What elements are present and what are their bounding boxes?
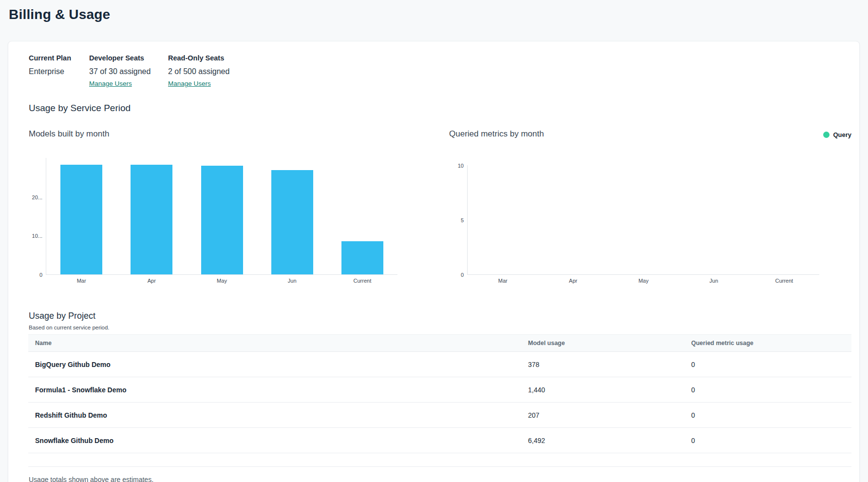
- bar-slot: Apr: [538, 165, 608, 274]
- project-name: Snowflake Github Demo: [28, 437, 528, 444]
- bar[interactable]: [271, 170, 313, 274]
- x-tick-label: Apr: [116, 278, 187, 284]
- x-tick-label: Apr: [538, 278, 608, 284]
- chart-plot: 0510 MarAprMayJunCurrent: [449, 165, 819, 275]
- y-tick-label: 20...: [32, 194, 42, 201]
- legend-dot-icon: [823, 132, 830, 138]
- x-tick-label: Current: [749, 278, 819, 284]
- queried-metrics-chart: Queried metrics by month 0510 MarAprMayJ…: [449, 129, 819, 275]
- model-usage-value: 6,492: [528, 437, 691, 444]
- y-tick-label: 10: [458, 162, 464, 169]
- x-tick-label: Mar: [468, 278, 538, 284]
- table-row: Formula1 - Snowflake Demo1,4400: [28, 377, 851, 403]
- bar-slot: Mar: [46, 158, 116, 274]
- queried-metric-usage-value: 0: [691, 361, 851, 368]
- manage-users-link-developer[interactable]: Manage Users: [89, 80, 132, 87]
- current-plan-column: Current Plan Enterprise: [29, 54, 89, 88]
- y-tick-label: 0: [39, 271, 42, 278]
- legend-label: Query: [833, 131, 851, 138]
- bar[interactable]: [60, 165, 102, 274]
- usage-by-project-table: Name Model usage Queried metric usage Bi…: [28, 334, 851, 467]
- table-header-row: Name Model usage Queried metric usage: [28, 334, 851, 352]
- usage-estimates-footnote: Usage totals shown above are estimates.: [29, 476, 153, 482]
- bar-slot: Mar: [468, 165, 538, 274]
- column-header-model-usage: Model usage: [528, 340, 691, 347]
- billing-usage-page: Billing & Usage Current Plan Enterprise …: [0, 0, 868, 482]
- read-only-seats-column: Read-Only Seats 2 of 500 assigned Manage…: [168, 54, 229, 88]
- column-header-name: Name: [28, 340, 528, 347]
- plot-area: MarAprMayJunCurrent: [467, 165, 819, 275]
- bar-slot: Jun: [679, 165, 749, 274]
- developer-seats-column: Developer Seats 37 of 30 assigned Manage…: [89, 54, 168, 88]
- bar-slot: Current: [327, 158, 397, 274]
- model-usage-value: 1,440: [528, 386, 691, 394]
- x-tick-label: Current: [327, 278, 397, 284]
- x-tick-label: Mar: [46, 278, 116, 284]
- bar[interactable]: [201, 166, 243, 274]
- x-tick-label: Jun: [257, 278, 327, 284]
- model-usage-value: 378: [528, 361, 691, 368]
- y-tick-label: 10...: [32, 232, 42, 239]
- bar-slot: Apr: [116, 158, 187, 274]
- models-built-chart: Models built by month 010...20... MarApr…: [29, 129, 397, 275]
- usage-by-service-period-title: Usage by Service Period: [29, 103, 131, 114]
- chart-legend-query[interactable]: Query: [823, 131, 851, 138]
- page-title: Billing & Usage: [9, 7, 110, 22]
- bar-slot: Jun: [257, 158, 327, 274]
- billing-card: Current Plan Enterprise Developer Seats …: [8, 41, 860, 482]
- y-tick-label: 0: [461, 271, 464, 278]
- chart-title: Queried metrics by month: [449, 129, 819, 139]
- queried-metric-usage-value: 0: [691, 411, 851, 419]
- queried-metric-usage-value: 0: [691, 437, 851, 444]
- x-tick-label: Jun: [679, 278, 749, 284]
- model-usage-value: 207: [528, 411, 691, 419]
- bar-slot: May: [187, 158, 257, 274]
- current-plan-label: Current Plan: [29, 54, 89, 62]
- project-name: Redshift Github Demo: [28, 411, 528, 419]
- bar[interactable]: [131, 165, 172, 274]
- bar-slot: Current: [749, 165, 819, 274]
- x-tick-label: May: [608, 278, 679, 284]
- developer-seats-label: Developer Seats: [89, 54, 168, 62]
- table-body: BigQuery Github Demo3780Formula1 - Snowf…: [28, 352, 851, 453]
- chart-title: Models built by month: [29, 129, 397, 139]
- plot-area: MarAprMayJunCurrent: [46, 158, 397, 275]
- current-plan-value: Enterprise: [29, 67, 89, 76]
- queried-metric-usage-value: 0: [691, 386, 851, 394]
- developer-seats-value: 37 of 30 assigned: [89, 67, 168, 76]
- x-tick-label: May: [187, 278, 257, 284]
- y-tick-label: 5: [461, 217, 464, 224]
- usage-by-project-subtitle: Based on current service period.: [29, 325, 110, 330]
- project-name: BigQuery Github Demo: [28, 361, 528, 368]
- manage-users-link-readonly[interactable]: Manage Users: [168, 80, 211, 87]
- bar[interactable]: [341, 241, 383, 275]
- plan-summary: Current Plan Enterprise Developer Seats …: [29, 54, 229, 88]
- bar-slot: May: [608, 165, 679, 274]
- y-axis: 010...20...: [29, 158, 46, 275]
- read-only-seats-label: Read-Only Seats: [168, 54, 229, 62]
- usage-by-project-title: Usage by Project: [29, 311, 95, 321]
- table-footer-spacer: [28, 453, 851, 467]
- project-name: Formula1 - Snowflake Demo: [28, 386, 528, 394]
- chart-plot: 010...20... MarAprMayJunCurrent: [29, 158, 397, 275]
- read-only-seats-value: 2 of 500 assigned: [168, 67, 229, 76]
- y-axis: 0510: [449, 165, 467, 275]
- column-header-queried-metric-usage: Queried metric usage: [691, 340, 851, 347]
- table-row: Redshift Github Demo2070: [28, 403, 851, 428]
- table-row: Snowflake Github Demo6,4920: [28, 428, 851, 453]
- table-row: BigQuery Github Demo3780: [28, 352, 851, 377]
